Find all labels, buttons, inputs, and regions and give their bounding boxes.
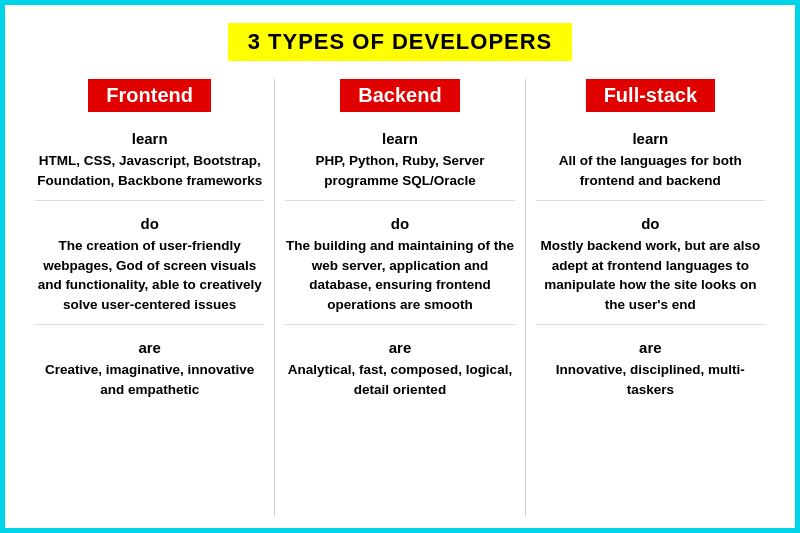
fullstack-learn-label: learn	[632, 130, 668, 147]
backend-are-label: are	[389, 339, 412, 356]
fullstack-are-content: Innovative, disciplined, multi-taskers	[536, 360, 765, 399]
page-title: 3 TYPES OF DEVELOPERS	[228, 23, 573, 61]
backend-column: Backend learn PHP, Python, Ruby, Server …	[275, 79, 525, 516]
backend-divider-2	[285, 324, 514, 325]
frontend-divider-2	[35, 324, 264, 325]
frontend-learn-label: learn	[132, 130, 168, 147]
frontend-column: Frontend learn HTML, CSS, Javascript, Bo…	[25, 79, 275, 516]
page-container: 3 TYPES OF DEVELOPERS Frontend learn HTM…	[0, 0, 800, 533]
backend-learn-content: PHP, Python, Ruby, Server programme SQL/…	[285, 151, 514, 190]
backend-do-label: do	[391, 215, 409, 232]
fullstack-do-content: Mostly backend work, but are also adept …	[536, 236, 765, 314]
fullstack-header: Full-stack	[586, 79, 715, 112]
fullstack-learn-content: All of the languages for both frontend a…	[536, 151, 765, 190]
columns-container: Frontend learn HTML, CSS, Javascript, Bo…	[25, 79, 775, 516]
fullstack-are-label: are	[639, 339, 662, 356]
frontend-divider-1	[35, 200, 264, 201]
frontend-are-content: Creative, imaginative, innovative and em…	[35, 360, 264, 399]
frontend-do-content: The creation of user-friendly webpages, …	[35, 236, 264, 314]
frontend-header: Frontend	[88, 79, 211, 112]
frontend-do-label: do	[141, 215, 159, 232]
frontend-learn-content: HTML, CSS, Javascript, Bootstrap, Founda…	[35, 151, 264, 190]
backend-header: Backend	[340, 79, 459, 112]
backend-divider-1	[285, 200, 514, 201]
backend-are-content: Analytical, fast, composed, logical, det…	[285, 360, 514, 399]
fullstack-divider-1	[536, 200, 765, 201]
fullstack-column: Full-stack learn All of the languages fo…	[526, 79, 775, 516]
fullstack-divider-2	[536, 324, 765, 325]
backend-learn-label: learn	[382, 130, 418, 147]
backend-do-content: The building and maintaining of the web …	[285, 236, 514, 314]
frontend-are-label: are	[138, 339, 161, 356]
fullstack-do-label: do	[641, 215, 659, 232]
